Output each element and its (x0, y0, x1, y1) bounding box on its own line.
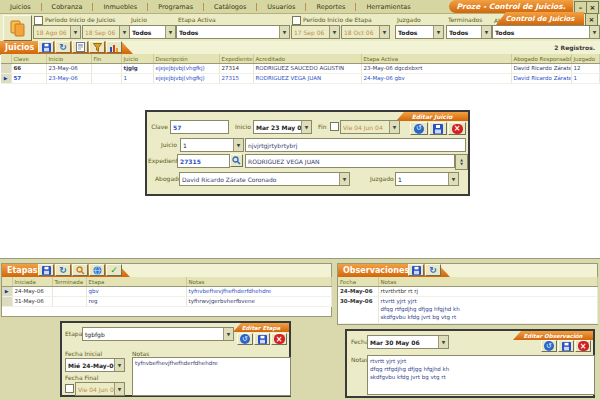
menu-cobranza[interactable]: Cobranza (41, 3, 93, 11)
juzgado-value: 1 (396, 173, 448, 185)
periodo-juicios-checkbox[interactable] (34, 16, 43, 25)
table-row-selected[interactable]: ▶ 57 23-May-06 1 ejejejbjvbj(vhgfkj) 273… (1, 74, 599, 84)
undo-icon: ↺ (240, 334, 250, 344)
refresh-button[interactable]: ↻ (425, 264, 441, 276)
col-acreditado[interactable]: Acreditado (253, 54, 361, 64)
col-iniciada[interactable]: Iniciada (12, 277, 52, 287)
juicio-select[interactable]: 1 ▼ (180, 138, 244, 152)
col-expediente[interactable]: Expediente (219, 54, 253, 64)
fecha-final-checkbox[interactable] (65, 384, 74, 393)
menu-reportes[interactable]: Reportes (305, 3, 355, 11)
chevron-down-icon: ▼ (301, 121, 311, 133)
cell-descripcion: ejejejbjvbj(vhgfkj) (153, 64, 219, 74)
table-row[interactable]: 30-May-06 rtvrtt yjrt yjrt dfqg rtfgdjhg… (338, 297, 597, 324)
acreditado-spinner[interactable]: ▲ ▼ (455, 154, 468, 170)
tab-control-de-juicios[interactable]: Control de Juicios (496, 12, 584, 25)
menu-juicios[interactable]: Juicios (0, 3, 41, 11)
update-button[interactable] (3, 15, 32, 41)
menu-programas[interactable]: Programas (147, 3, 203, 11)
expediente-search-button[interactable] (230, 154, 243, 167)
col-clave[interactable]: Clave (11, 54, 46, 64)
table-row-selected[interactable]: ▶ 24-May-06 gbv tyfnvbefhevjfhefhderfdhe… (2, 287, 331, 297)
acreditado-field[interactable]: RODRIGUEZ VEGA JUAN (245, 154, 455, 168)
fin-checkbox[interactable] (330, 122, 339, 131)
juzgado-select[interactable]: 1 ▼ (395, 172, 459, 186)
periodo-etapa-checkbox[interactable] (292, 16, 301, 25)
col-fecha[interactable]: Fecha (338, 277, 378, 287)
etapa-activa-filter-select[interactable]: Todos ▼ (176, 25, 290, 39)
etapa-select[interactable]: tgbfgb ▼ (82, 327, 234, 341)
save-button[interactable] (429, 122, 447, 135)
col-etapa-activa[interactable]: Etapa Activa (361, 54, 511, 64)
descripcion-field[interactable]: njvjrtgjrtybrtybrj (245, 138, 466, 152)
expediente-value: 27315 (180, 158, 201, 165)
row-selector[interactable] (1, 64, 11, 74)
fecha-etapa-from-select[interactable]: 17 Sep 06 ▼ (291, 25, 340, 39)
col-juzgado[interactable]: Juzgado (571, 54, 599, 64)
refresh-icon: ↻ (59, 265, 67, 275)
confirm-button[interactable]: ✓ (106, 264, 122, 276)
undo-button[interactable]: ↺ (237, 333, 253, 345)
notas-field[interactable]: tyfnvbefhevjfhefhderfdhehdre (132, 357, 291, 396)
chevron-down-icon: ▼ (279, 26, 289, 38)
clave-field[interactable]: 57 (170, 120, 229, 134)
fecha-juicios-to-select[interactable]: 18 Sep 06 ▼ (82, 25, 130, 39)
fecha-select[interactable]: Mar 30 May 06 ▼ (367, 335, 449, 349)
terminados-filter-select[interactable]: Todos ▼ (446, 25, 492, 39)
chevron-down-icon: ▼ (389, 121, 399, 133)
save-button[interactable] (558, 340, 574, 352)
preview-button[interactable] (72, 41, 88, 53)
menu-usuarios[interactable]: Usuarios (256, 3, 305, 11)
fecha-etapa-to-select[interactable]: 18 Oct 06 ▼ (341, 25, 390, 39)
acreditado-value: RODRIGUEZ VEGA JUAN (248, 158, 320, 165)
refresh-button[interactable]: ↻ (55, 264, 71, 276)
abogado-select[interactable]: David Ricardo Zárate Coronado ▼ (179, 172, 350, 186)
row-selector[interactable]: ▶ (1, 74, 11, 84)
menu-herramientas[interactable]: Herramientas (355, 3, 420, 11)
cancel-button[interactable]: × (271, 333, 287, 345)
save-button[interactable] (408, 264, 424, 276)
menu-inmuebles[interactable]: Inmuebles (92, 3, 147, 11)
inicio-select[interactable]: Mar 23 May 06 ▼ (253, 120, 312, 134)
col-abogado-responsable[interactable]: Abogado Responsable (511, 54, 571, 64)
col-notas[interactable]: Notas (186, 277, 331, 287)
col-etapa[interactable]: Etapa (86, 277, 186, 287)
globe-button[interactable] (89, 264, 105, 276)
fecha-juicios-from-select[interactable]: 18 Ago 06 ▼ (33, 25, 81, 39)
fecha-inicial-select[interactable]: Mié 24-May-06 ▼ (65, 358, 125, 372)
save-button[interactable] (254, 333, 270, 345)
undo-button[interactable]: ↺ (410, 122, 428, 135)
table-row[interactable]: 66 23-May-06 tjglg ejejejbjvbj(vhgfkj) 2… (1, 64, 599, 74)
expediente-field[interactable]: 27315 (177, 154, 230, 168)
tab-close-button[interactable]: × (585, 13, 598, 26)
col-juicio[interactable]: Juicio (121, 54, 153, 64)
table-row[interactable]: 24-May-06 rtvrthrtbr rt rj (338, 287, 597, 297)
undo-button[interactable]: ↺ (541, 340, 557, 352)
col-notas[interactable]: Notas (378, 277, 597, 287)
chart-button[interactable] (106, 41, 122, 53)
save-button[interactable] (38, 41, 54, 53)
filter-button[interactable] (89, 41, 105, 53)
juicio-filter-select[interactable]: Todos ▼ (129, 25, 176, 39)
save-button[interactable] (38, 264, 54, 276)
juzgado-filter-label: Juzgado (397, 16, 421, 23)
col-inicio[interactable]: Inicio (46, 54, 91, 64)
menu-catalogos[interactable]: Catálogos (203, 3, 256, 11)
table-row[interactable]: 31-May-06 reg tyfhrwvjgerbvherfbvene (2, 297, 331, 307)
row-selector[interactable] (2, 297, 12, 307)
refresh-button[interactable]: ↻ (55, 41, 71, 53)
col-descripcion[interactable]: Descripción (153, 54, 219, 64)
juzgado-filter-select[interactable]: Todos ▼ (395, 25, 444, 39)
cell-etapa-activa: 24-May-06 gbv (361, 74, 511, 84)
col-fin[interactable]: Fin (91, 54, 121, 64)
col-terminada[interactable]: Terminada (52, 277, 86, 287)
search-button[interactable] (72, 264, 88, 276)
row-selector[interactable]: ▶ (2, 287, 12, 297)
fecha-final-select[interactable]: Vie 04 Jun 04 ▼ (75, 382, 125, 396)
editar-juicio-dialog: Editar Juicio ↺ × Clave 57 Inicio Mar 23… (145, 110, 470, 196)
notas-field[interactable]: rtvrtt yjrt yjrt dfqg rtfgdjhg dfjgg hfg… (367, 355, 595, 395)
fin-select[interactable]: Vie 04 Jun 04 ▼ (340, 120, 400, 134)
cancel-button[interactable]: × (575, 340, 591, 352)
cancel-button[interactable]: × (448, 122, 466, 135)
abogado-filter-select[interactable]: Todos ▼ (492, 25, 600, 39)
